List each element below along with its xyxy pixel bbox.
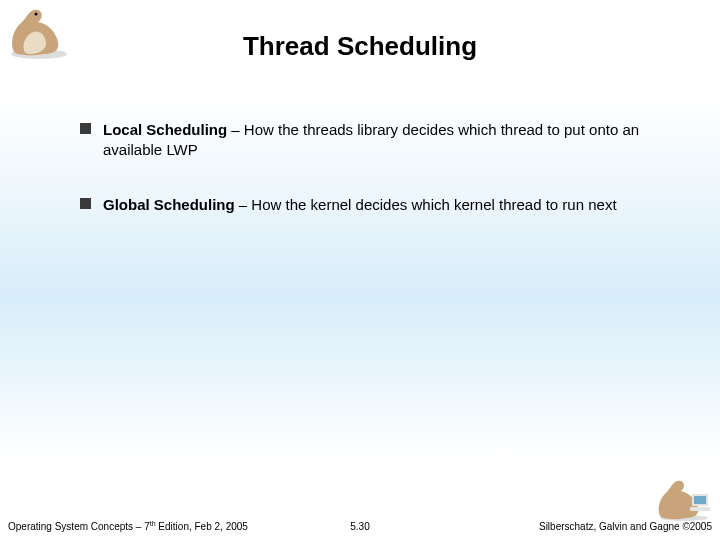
svg-point-1: [35, 13, 38, 16]
bullet-text: Local Scheduling – How the threads libra…: [103, 120, 660, 161]
slide: Thread Scheduling Local Scheduling – How…: [0, 0, 720, 540]
bullet-text: Global Scheduling – How the kernel decid…: [103, 195, 660, 215]
slide-title: Thread Scheduling: [0, 31, 720, 62]
bullet-rest: – How the kernel decides which kernel th…: [235, 196, 617, 213]
bullet-square-icon: [80, 198, 91, 209]
svg-rect-5: [690, 507, 710, 511]
bullet-item: Local Scheduling – How the threads libra…: [80, 120, 660, 161]
bullet-lead: Local Scheduling: [103, 121, 227, 138]
slide-body: Local Scheduling – How the threads libra…: [80, 120, 660, 249]
svg-rect-4: [694, 496, 706, 504]
bullet-item: Global Scheduling – How the kernel decid…: [80, 195, 660, 215]
footer-copyright: Silberschatz, Galvin and Gagne ©2005: [539, 521, 712, 532]
slide-footer: Operating System Concepts – 7th Edition,…: [0, 516, 720, 532]
bullet-lead: Global Scheduling: [103, 196, 235, 213]
bullet-square-icon: [80, 123, 91, 134]
